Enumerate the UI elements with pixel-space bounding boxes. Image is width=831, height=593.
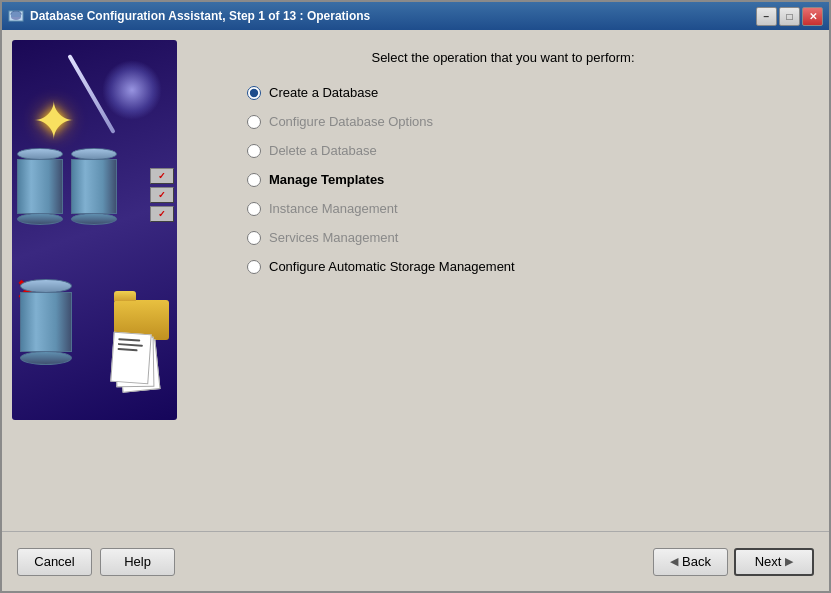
content-area: ✦ ✓ ✓ ✓ ✕: [2, 30, 829, 531]
options-list: Create a Database Configure Database Opt…: [207, 85, 799, 274]
main-window: Database Configuration Assistant, Step 1…: [0, 0, 831, 593]
option-configure[interactable]: Configure Database Options: [247, 114, 799, 129]
title-bar-buttons: − □ ✕: [756, 7, 823, 26]
radio-create[interactable]: [247, 86, 261, 100]
cancel-button[interactable]: Cancel: [17, 548, 92, 576]
drum-left: [17, 148, 63, 225]
option-instance[interactable]: Instance Management: [247, 201, 799, 216]
label-services: Services Management: [269, 230, 398, 245]
window-icon: [8, 8, 24, 24]
radio-manage[interactable]: [247, 173, 261, 187]
help-label: Help: [124, 554, 151, 569]
footer: Cancel Help ◀ Back Next ▶: [2, 531, 829, 591]
check-box-group: ✓ ✓ ✓: [150, 168, 174, 222]
maximize-button[interactable]: □: [779, 7, 800, 26]
next-button[interactable]: Next ▶: [734, 548, 814, 576]
label-asm: Configure Automatic Storage Management: [269, 259, 515, 274]
label-create: Create a Database: [269, 85, 378, 100]
doc-page-3: [110, 332, 151, 385]
option-create[interactable]: Create a Database: [247, 85, 799, 100]
radio-instance[interactable]: [247, 202, 261, 216]
label-instance: Instance Management: [269, 201, 398, 216]
radio-configure[interactable]: [247, 115, 261, 129]
cancel-label: Cancel: [34, 554, 74, 569]
next-label: Next: [755, 554, 782, 569]
drum-body-left: [17, 159, 63, 214]
check-item-2: ✓: [150, 187, 174, 203]
option-asm[interactable]: Configure Automatic Storage Management: [247, 259, 799, 274]
label-delete: Delete a Database: [269, 143, 377, 158]
drum-single-top: [20, 279, 72, 293]
check-item-3: ✓: [150, 206, 174, 222]
window-title: Database Configuration Assistant, Step 1…: [30, 9, 750, 23]
sparkle-decoration: ✦: [32, 95, 76, 147]
minimize-button[interactable]: −: [756, 7, 777, 26]
drum-shape-single: [20, 279, 72, 365]
instruction-text: Select the operation that you want to pe…: [207, 50, 799, 65]
back-arrow-icon: ◀: [670, 555, 678, 568]
radio-delete[interactable]: [247, 144, 261, 158]
docs-stack: [112, 333, 167, 398]
close-button[interactable]: ✕: [802, 7, 823, 26]
decorative-panel: ✦ ✓ ✓ ✓ ✕: [12, 40, 177, 420]
radio-services[interactable]: [247, 231, 261, 245]
back-label: Back: [682, 554, 711, 569]
drum-single: [20, 279, 72, 365]
drum-single-body: [20, 292, 72, 352]
help-button[interactable]: Help: [100, 548, 175, 576]
option-services[interactable]: Services Management: [247, 230, 799, 245]
drum-group-top: [17, 148, 117, 225]
label-configure: Configure Database Options: [269, 114, 433, 129]
next-arrow-icon: ▶: [785, 555, 793, 568]
drum-single-bottom: [20, 351, 72, 365]
drum-bottom-left: [17, 213, 63, 225]
radio-asm[interactable]: [247, 260, 261, 274]
svg-rect-3: [11, 14, 21, 17]
moon-glow: [102, 60, 162, 120]
folder-tab: [114, 291, 136, 301]
drum-bottom-right: [71, 213, 117, 225]
title-bar: Database Configuration Assistant, Step 1…: [2, 2, 829, 30]
option-delete[interactable]: Delete a Database: [247, 143, 799, 158]
option-manage[interactable]: Manage Templates: [247, 172, 799, 187]
footer-right: ◀ Back Next ▶: [653, 548, 814, 576]
drum-right: [71, 148, 117, 225]
back-button[interactable]: ◀ Back: [653, 548, 728, 576]
label-manage: Manage Templates: [269, 172, 384, 187]
check-item-1: ✓: [150, 168, 174, 184]
right-panel: Select the operation that you want to pe…: [187, 40, 819, 521]
drum-body-right: [71, 159, 117, 214]
footer-left: Cancel Help: [17, 548, 175, 576]
